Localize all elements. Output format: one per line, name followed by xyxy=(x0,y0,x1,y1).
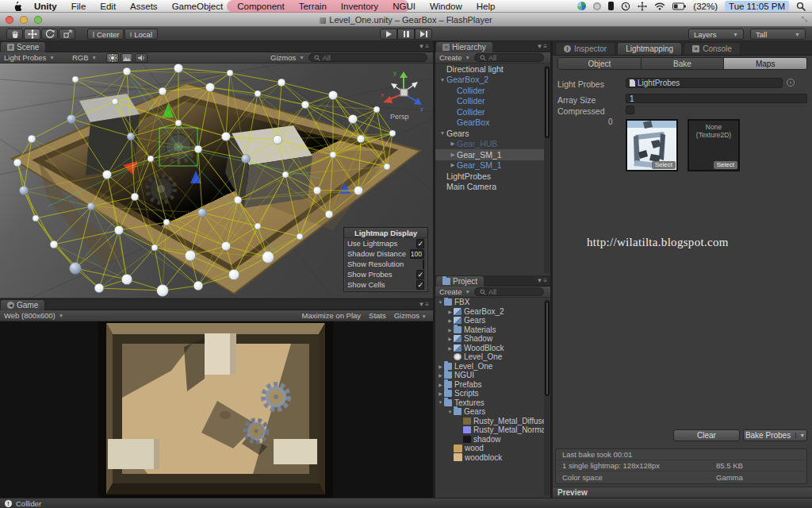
mode-tab-maps[interactable]: Maps xyxy=(724,58,806,69)
apple-icon[interactable] xyxy=(8,1,27,11)
light-probe-sphere[interactable] xyxy=(87,202,95,210)
light-probe-sphere[interactable] xyxy=(70,263,82,275)
hierarchy-panel-menu-icon[interactable]: ▼≡ xyxy=(536,43,548,50)
select-button[interactable]: Select xyxy=(652,161,676,169)
light-probe-sphere[interactable] xyxy=(273,135,282,144)
project-panel-menu-icon[interactable]: ▼≡ xyxy=(536,277,548,284)
project-item-ngui[interactable]: ▶NGUI xyxy=(435,371,551,380)
light-probe-sphere[interactable] xyxy=(373,106,380,113)
select-button[interactable]: Select xyxy=(714,161,737,169)
game-viewport[interactable] xyxy=(0,321,433,498)
bake-dropdown-arrow[interactable]: ▼ xyxy=(795,433,805,438)
menu-file[interactable]: File xyxy=(64,2,94,11)
light-probe-sphere[interactable] xyxy=(174,64,182,72)
pause-button[interactable] xyxy=(397,29,415,40)
tab-scene[interactable]: # Scene xyxy=(0,41,46,52)
light-probe-sphere[interactable] xyxy=(221,241,230,250)
hierarchy-item-collider[interactable]: Collider xyxy=(435,85,551,96)
hierarchy-item-directional-light[interactable]: Directional light xyxy=(435,64,551,75)
divider-right[interactable] xyxy=(550,41,553,498)
project-item-shadow[interactable]: ▶Shadow xyxy=(435,334,551,344)
lightmap-near-thumbnail[interactable]: None (Texture2D) Select xyxy=(688,119,740,171)
maximize-on-play-toggle[interactable]: Maximize on Play xyxy=(302,311,361,320)
project-item-materials[interactable]: ▶Materials xyxy=(435,325,551,335)
project-item-wood[interactable]: wood xyxy=(435,444,551,453)
hierarchy-item-main-camera[interactable]: Main Camera xyxy=(435,182,551,193)
battery-icon[interactable] xyxy=(672,2,686,10)
foldout-closed-icon[interactable]: ▶ xyxy=(446,309,454,314)
gray-status-icon[interactable] xyxy=(593,2,601,10)
spotlight-icon[interactable] xyxy=(796,2,806,11)
object-picker-icon[interactable] xyxy=(787,79,795,87)
menu-gameobject[interactable]: GameObject xyxy=(165,2,231,11)
project-item-gears[interactable]: ▼Gears xyxy=(435,407,551,417)
statusbar[interactable]: ! Collider xyxy=(0,498,812,508)
foldout-open-icon[interactable]: ▼ xyxy=(439,130,446,136)
hierarchy-search-input[interactable]: All xyxy=(474,53,544,62)
scene-skybox-toggle[interactable] xyxy=(121,53,133,63)
zoom-window-button[interactable] xyxy=(34,16,42,24)
light-probe-sphere[interactable] xyxy=(159,87,167,95)
tab-console[interactable]: »Console xyxy=(684,42,741,55)
menu-window[interactable]: Window xyxy=(423,2,469,11)
light-probes-object-field[interactable]: LightProbes xyxy=(626,78,783,88)
bake-probes-button[interactable]: Bake Probes▼ xyxy=(743,429,807,441)
game-panel-menu-icon[interactable]: ▼≡ xyxy=(418,301,430,308)
menu-unity[interactable]: Unity xyxy=(27,2,64,11)
light-probe-sphere[interactable] xyxy=(348,114,357,123)
persp-label[interactable]: Persp xyxy=(390,113,409,121)
lm-checkbox[interactable]: ✓ xyxy=(416,270,424,279)
scene-gizmos-dropdown[interactable]: Gizmos▼ xyxy=(266,53,308,63)
hierarchy-item-gears[interactable]: ▼Gears xyxy=(435,128,551,139)
preview-section-header[interactable]: Preview xyxy=(553,487,812,498)
render-mode-dropdown[interactable]: RGB▼ xyxy=(68,53,106,63)
layout-dropdown[interactable]: Tall▼ xyxy=(750,29,806,40)
foldout-open-icon[interactable]: ▼ xyxy=(437,400,444,405)
black-status-icon[interactable] xyxy=(608,2,614,10)
light-probe-sphere[interactable] xyxy=(262,252,274,264)
mode-tab-bake[interactable]: Bake xyxy=(642,58,725,69)
light-probe-sphere[interactable] xyxy=(13,159,21,167)
foldout-open-icon[interactable]: ▼ xyxy=(446,410,454,414)
pan-tool-button[interactable] xyxy=(6,29,23,40)
light-probe-sphere[interactable] xyxy=(147,156,154,162)
lm-checkbox[interactable]: ✓ xyxy=(416,280,424,290)
lm-checkbox[interactable] xyxy=(423,260,424,269)
tab-lightmapping[interactable]: Lightmapping xyxy=(617,42,682,55)
light-probe-sphere[interactable] xyxy=(301,101,309,109)
light-probe-sphere[interactable] xyxy=(234,196,242,204)
light-probe-sphere[interactable] xyxy=(228,269,239,279)
foldout-closed-icon[interactable]: ▶ xyxy=(437,372,444,378)
light-probe-sphere[interactable] xyxy=(50,241,58,248)
light-probe-sphere[interactable] xyxy=(282,171,289,178)
hierarchy-item-gearbox-2[interactable]: ▼GearBox_2 xyxy=(435,75,551,86)
project-item-woodblock[interactable]: woodblock xyxy=(435,453,551,463)
light-probe-sphere[interactable] xyxy=(94,283,104,293)
sync-app-icon[interactable] xyxy=(577,2,586,10)
light-probe-sphere[interactable] xyxy=(193,281,203,291)
mode-tab-object[interactable]: Object xyxy=(558,58,642,69)
divider-left[interactable] xyxy=(433,41,435,498)
project-search-input[interactable]: All xyxy=(474,287,544,296)
light-probe-sphere[interactable] xyxy=(67,114,75,123)
hierarchy-item-collider[interactable]: Collider xyxy=(435,96,551,107)
light-probe-sphere[interactable] xyxy=(185,250,195,260)
light-probe-sphere[interactable] xyxy=(157,285,169,297)
pivot-local-button[interactable]: Local xyxy=(124,29,158,40)
project-item-woodblock[interactable]: ▶WoodBlock xyxy=(435,344,551,353)
light-probe-sphere[interactable] xyxy=(330,152,336,158)
foldout-closed-icon[interactable]: ▶ xyxy=(446,327,454,333)
hierarchy-create-button[interactable]: Create▼ xyxy=(435,53,474,63)
project-item-rusty-metal-diffuse[interactable]: Rusty_Metal_Diffuse xyxy=(435,417,551,426)
foldout-closed-icon[interactable]: ▶ xyxy=(446,318,454,323)
menu-help[interactable]: Help xyxy=(469,2,503,11)
light-probe-sphere[interactable] xyxy=(121,274,132,284)
scene-search-input[interactable]: All xyxy=(308,53,427,62)
project-scrollbar[interactable] xyxy=(544,299,550,496)
hierarchy-item-gear-hub[interactable]: ▶Gear_HUB xyxy=(435,139,551,150)
foldout-closed-icon[interactable]: ▶ xyxy=(446,345,454,351)
clear-button[interactable]: Clear xyxy=(673,429,740,441)
project-item-gearbox-2[interactable]: ▶GearBox_2 xyxy=(435,307,551,317)
scene-panel-menu-icon[interactable]: ▼≡ xyxy=(418,43,430,50)
light-probe-sphere[interactable] xyxy=(194,145,202,153)
